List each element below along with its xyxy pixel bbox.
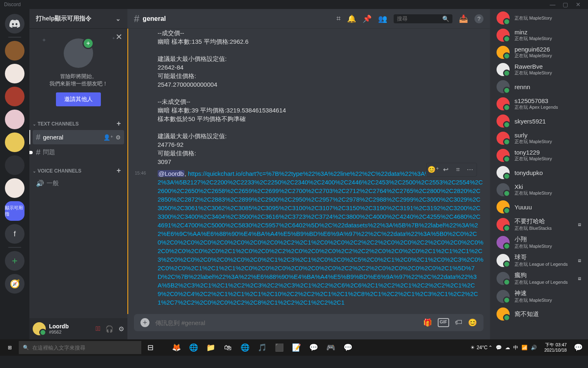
member-item[interactable]: 不要打哈哈正在玩 BlueStacks🖥 — [493, 216, 585, 233]
text-channels-header[interactable]: ⌄TEXT CHANNELS + — [29, 113, 127, 130]
taskbar-app-icon[interactable]: 🎵 — [254, 339, 270, 356]
tray-icon[interactable]: 💬 — [496, 345, 502, 350]
user-avatar[interactable] — [33, 322, 46, 335]
taskbar-app-icon[interactable]: ⬛ — [271, 339, 287, 356]
taskbar-app-icon[interactable]: 🌐 — [237, 339, 253, 356]
add-server-button[interactable]: + — [5, 251, 24, 271]
member-item[interactable]: skyers5921 — [493, 113, 585, 129]
guild-item[interactable] — [5, 155, 24, 175]
channel-label: 問題 — [43, 148, 55, 156]
add-channel-button[interactable]: + — [116, 119, 121, 128]
notifications-icon[interactable]: 🔔 — [347, 14, 356, 23]
notifications-icon[interactable]: 💬 — [570, 339, 586, 356]
taskbar-search-input[interactable] — [32, 345, 137, 351]
guild-item[interactable] — [5, 132, 24, 152]
guild-item[interactable] — [5, 87, 24, 106]
member-avatar — [497, 149, 510, 162]
member-item[interactable]: Yuuuu — [493, 199, 585, 215]
taskbar-app-icon[interactable]: 💬 — [305, 339, 322, 356]
tray-icon[interactable]: ☁ — [505, 345, 510, 350]
tray-ime[interactable]: 中 — [513, 344, 518, 351]
mute-mic-icon[interactable]: 🎤⃠ — [96, 325, 100, 333]
member-item[interactable]: 窩不知道 — [493, 306, 585, 322]
headphones-icon[interactable]: 🎧 — [105, 325, 114, 333]
member-item[interactable]: 神速正在玩 MapleStory — [493, 288, 585, 305]
taskbar-app-icon[interactable]: 🛍 — [220, 339, 236, 356]
window-maximize[interactable]: ▢ — [560, 1, 571, 8]
guild-item[interactable] — [5, 110, 24, 129]
members-icon[interactable]: 👥 — [378, 14, 387, 23]
gif-icon[interactable]: GIF — [438, 318, 449, 327]
volume-icon[interactable]: 🔊 — [531, 345, 537, 350]
window-minimize[interactable]: — — [547, 1, 558, 8]
invite-icon[interactable]: 👤⁺ — [103, 134, 113, 141]
gear-icon[interactable]: ⚙ — [116, 134, 121, 141]
gear-icon[interactable]: ⚙ — [118, 325, 124, 333]
more-icon[interactable]: ⋯ — [464, 164, 476, 175]
message-input[interactable] — [155, 319, 417, 326]
attach-button[interactable]: + — [140, 318, 149, 327]
message-link[interactable]: https://quickchart.io/chart?c=%7B%22type… — [158, 170, 483, 306]
member-item[interactable]: 球哥正在玩 League of Legends🖥 — [493, 252, 585, 269]
member-avatar — [497, 200, 510, 213]
chat-input[interactable]: + 🎁 GIF 🏷 😊 — [134, 314, 483, 331]
invite-button[interactable]: 邀請其他人 — [56, 92, 101, 106]
search-input[interactable] — [397, 16, 442, 22]
help-icon[interactable]: ? — [474, 14, 483, 23]
task-view-icon[interactable]: ⊟ — [142, 339, 158, 356]
server-header[interactable]: 打help顯示可用指令 ⌄ — [29, 9, 127, 29]
reply-icon[interactable]: ↩ — [440, 164, 451, 175]
member-status: 正在玩 BlueStacks — [514, 225, 552, 231]
member-item[interactable]: penguin6226正在玩 MapleStory — [493, 44, 585, 61]
weather-widget[interactable]: ☀ 24°C — [470, 345, 488, 350]
guild-item[interactable]: f — [5, 224, 24, 244]
member-avatar — [497, 307, 510, 321]
guild-item[interactable] — [5, 178, 24, 198]
start-button[interactable]: ⊞ — [2, 339, 18, 356]
close-icon[interactable]: ✕ — [116, 32, 122, 42]
channel-general[interactable]: # general 👤⁺ ⚙ — [33, 130, 124, 144]
pinned-icon[interactable]: 📌 — [363, 14, 372, 23]
inbox-icon[interactable]: 📥 — [459, 14, 468, 23]
taskbar-search[interactable]: 🔍 — [19, 341, 141, 354]
wifi-icon[interactable]: 📶 — [521, 345, 528, 350]
voice-channels-header[interactable]: ⌄VOICE CHANNELS + — [29, 160, 127, 177]
taskbar-app-icon[interactable]: 🦊 — [168, 339, 185, 356]
member-item[interactable]: 瘋狗正在玩 League of Legends🖥 — [493, 270, 585, 287]
window-close[interactable]: ✕ — [572, 1, 584, 8]
taskbar-clock[interactable]: 下午 03:47 2021/10/18 — [542, 342, 569, 353]
member-item[interactable]: 小翔正在玩 MapleStory — [493, 234, 585, 251]
taskbar-app-icon[interactable]: 💬 — [340, 339, 356, 356]
search-box[interactable]: 🔍 — [394, 14, 452, 23]
member-item[interactable]: rennn — [493, 79, 585, 95]
thread-icon[interactable]: ⌗ — [452, 164, 463, 175]
explore-button[interactable]: 🧭 — [5, 274, 24, 294]
avatar-placeholder-icon — [64, 38, 93, 68]
tray-chevron-icon[interactable]: ⌃ — [488, 345, 492, 350]
member-item[interactable]: minz正在玩 MapleStory — [493, 27, 585, 43]
guild-item[interactable] — [5, 64, 24, 83]
guild-item[interactable] — [5, 41, 24, 61]
member-item[interactable]: s125057083正在玩 Apex Legends — [493, 96, 585, 112]
add-channel-button[interactable]: + — [116, 166, 121, 175]
guild-item-active[interactable]: 顯示可用指 — [5, 201, 24, 221]
member-item[interactable]: RawerBve正在玩 MapleStory — [493, 61, 585, 78]
sticker-icon[interactable]: 🏷 — [455, 318, 462, 327]
member-item[interactable]: tony1229正在玩 MapleStory — [493, 147, 585, 164]
emoji-icon[interactable]: 😊 — [468, 318, 477, 327]
voice-channel-general[interactable]: 🔊 一般 — [33, 177, 124, 190]
member-item[interactable]: surly正在玩 MapleStory — [493, 130, 585, 146]
home-button[interactable] — [5, 14, 24, 34]
taskbar-app-icon[interactable]: 🎮 — [323, 339, 339, 356]
member-item[interactable]: 正在玩 MapleStory — [493, 10, 585, 26]
gift-icon[interactable]: 🎁 — [423, 318, 432, 327]
member-item[interactable]: Xki正在玩 MapleStory — [493, 182, 585, 198]
taskbar-app-icon[interactable]: 📁 — [203, 339, 219, 356]
taskbar-app-icon[interactable]: 🌐 — [185, 339, 202, 356]
taskbar-app-icon[interactable]: 📝 — [288, 339, 305, 356]
user-mention[interactable]: @Loordb — [158, 170, 185, 177]
channel-problem[interactable]: # 問題 — [33, 145, 124, 159]
add-reaction-icon[interactable]: 😊⁺ — [428, 164, 439, 175]
threads-icon[interactable]: ⌗ — [336, 14, 341, 23]
member-item[interactable]: tonydupko — [493, 164, 585, 181]
